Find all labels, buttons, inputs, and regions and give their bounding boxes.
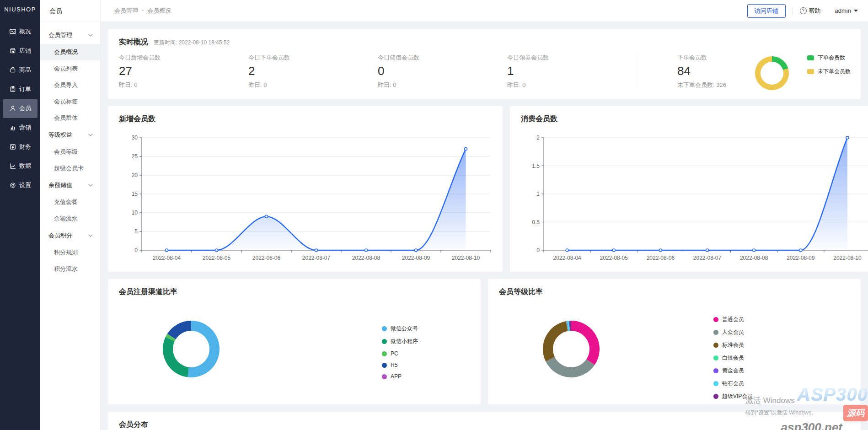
- secondary-sidebar-title: 会员: [40, 0, 100, 22]
- sidebar-item-会员群体[interactable]: 会员群体: [40, 110, 100, 126]
- settings-icon: [9, 182, 16, 189]
- svg-text:10: 10: [132, 210, 138, 216]
- chevron-down-icon: [88, 34, 93, 37]
- legend-item-下单会员数[interactable]: 下单会员数: [807, 54, 851, 62]
- visit-shop-button[interactable]: 访问店铺: [747, 4, 786, 18]
- svg-text:2022-08-06: 2022-08-06: [647, 255, 675, 261]
- register-channel-legend: 微信公众号微信小程序PCH5APP: [382, 325, 418, 385]
- stat-value: 27: [119, 64, 248, 78]
- legend-swatch: [713, 355, 718, 360]
- legend-label: 普通会员: [722, 316, 744, 323]
- asp300-site: asp300.net: [775, 420, 842, 430]
- legend-item-白银会员[interactable]: 白银会员: [713, 354, 753, 362]
- nav-group-等级权益[interactable]: 等级权益: [40, 126, 100, 144]
- stat-今日下单会员数: 今日下单会员数2昨日: 0: [248, 54, 378, 89]
- register-channel-panel: 会员注册渠道比率 微信公众号微信小程序PCH5APP: [108, 279, 481, 404]
- nav-group-label: 会员积分: [48, 231, 72, 240]
- sidebar-item-超级会员卡[interactable]: 超级会员卡: [40, 160, 100, 177]
- svg-text:2022-08-09: 2022-08-09: [402, 255, 430, 261]
- svg-text:2022-08-08: 2022-08-08: [740, 255, 768, 261]
- sidebar-item-设置[interactable]: 设置: [3, 176, 38, 195]
- svg-text:2022-08-06: 2022-08-06: [252, 255, 281, 261]
- breadcrumb-parent[interactable]: 会员管理: [114, 7, 138, 15]
- nav-group-会员管理[interactable]: 会员管理: [40, 27, 100, 44]
- sidebar-item-label: 商品: [19, 66, 31, 74]
- sidebar-item-订单[interactable]: 订单: [3, 80, 38, 99]
- realtime-stats: 今日新增会员数27昨日: 0今日下单会员数2昨日: 0今日储值会员数0昨日: 0…: [108, 54, 861, 89]
- svg-text:2022-08-08: 2022-08-08: [352, 255, 380, 261]
- sidebar-item-概况[interactable]: 概况: [3, 22, 38, 41]
- sidebar-item-积分流水[interactable]: 积分流水: [40, 261, 100, 277]
- legend-label: H5: [391, 362, 397, 368]
- sidebar-item-label: 概况: [19, 27, 31, 36]
- svg-text:0: 0: [536, 247, 540, 253]
- legend-item-H5[interactable]: H5: [382, 362, 418, 368]
- legend-item-微信公众号[interactable]: 微信公众号: [382, 325, 418, 333]
- legend-item-未下单会员数[interactable]: 未下单会员数: [807, 68, 851, 75]
- legend-swatch: [382, 326, 387, 331]
- shop-icon: [9, 47, 16, 54]
- sidebar-item-label: 店铺: [19, 47, 31, 55]
- sidebar-item-会员导入[interactable]: 会员导入: [40, 77, 100, 93]
- sidebar-item-会员标签[interactable]: 会员标签: [40, 93, 100, 110]
- sidebar-item-店铺[interactable]: 店铺: [3, 41, 38, 60]
- nav-group-label: 等级权益: [48, 131, 72, 139]
- svg-text:2022-08-07: 2022-08-07: [693, 255, 722, 261]
- legend-item-APP[interactable]: APP: [382, 373, 418, 380]
- legend-item-黄金会员[interactable]: 黄金会员: [713, 367, 753, 375]
- breadcrumb-current[interactable]: 会员概况: [147, 7, 171, 15]
- sidebar-item-会员列表[interactable]: 会员列表: [40, 60, 100, 77]
- svg-text:1.5: 1.5: [532, 163, 540, 169]
- svg-text:2022-08-04: 2022-08-04: [153, 255, 181, 261]
- legend-item-钻石会员[interactable]: 钻石会员: [713, 380, 753, 387]
- primary-sidebar: NIUSHOP 概况店铺商品订单会员营销财务数据设置: [0, 0, 40, 430]
- legend-item-普通会员[interactable]: 普通会员: [713, 316, 753, 323]
- legend-label: APP: [391, 373, 402, 380]
- new-members-line-chart: 0510152025302022-08-042022-08-052022-08-…: [108, 124, 503, 272]
- svg-text:2022-08-05: 2022-08-05: [600, 255, 628, 261]
- stat-value: 1: [507, 64, 637, 78]
- sidebar-item-财务[interactable]: 财务: [3, 137, 38, 156]
- stat-今日领券会员数: 今日领券会员数1昨日: 0: [507, 54, 637, 89]
- sidebar-item-余额流水[interactable]: 余额流水: [40, 210, 100, 227]
- sidebar-item-充值套餐[interactable]: 充值套餐: [40, 194, 100, 210]
- legend-swatch: [713, 343, 718, 348]
- legend-swatch: [713, 381, 718, 386]
- asp300-badge: 源码: [843, 405, 868, 421]
- legend-swatch: [382, 374, 387, 379]
- finance-icon: [9, 143, 16, 150]
- header-divider: [828, 8, 828, 14]
- sidebar-item-数据[interactable]: 数据: [3, 156, 38, 176]
- svg-text:25: 25: [132, 153, 138, 160]
- chart-title: 会员注册渠道比率: [108, 279, 481, 297]
- help-button[interactable]: ? 帮助: [800, 7, 821, 15]
- stat-sub: 昨日: 0: [119, 81, 248, 89]
- user-menu[interactable]: admin: [835, 7, 858, 14]
- svg-text:0: 0: [134, 247, 138, 253]
- nav-group-会员积分[interactable]: 会员积分: [40, 227, 100, 244]
- legend-item-PC[interactable]: PC: [382, 350, 418, 357]
- nav-group-余额储值[interactable]: 余额储值: [40, 177, 100, 194]
- sidebar-item-会员概况[interactable]: 会员概况: [40, 44, 100, 60]
- legend-item-微信小程序[interactable]: 微信小程序: [382, 338, 418, 345]
- user-name: admin: [835, 7, 851, 14]
- sidebar-item-商品[interactable]: 商品: [3, 60, 38, 80]
- chevron-down-icon: [854, 10, 858, 12]
- breadcrumb-separator: -: [142, 7, 144, 15]
- legend-item-标准会员[interactable]: 标准会员: [713, 341, 753, 349]
- line-charts-row: 新增会员数 0510152025302022-08-042022-08-0520…: [108, 106, 861, 272]
- stat-label: 今日下单会员数: [248, 54, 378, 62]
- sidebar-item-会员等级[interactable]: 会员等级: [40, 144, 100, 160]
- sidebar-item-积分规则[interactable]: 积分规则: [40, 244, 100, 261]
- legend-label: PC: [391, 350, 398, 357]
- svg-text:30: 30: [132, 134, 138, 141]
- sidebar-item-营销[interactable]: 营销: [3, 118, 38, 137]
- chart-title: 消费会员数: [510, 106, 868, 124]
- stat-sub: 昨日: 0: [378, 81, 507, 89]
- sidebar-item-会员[interactable]: 会员: [3, 99, 38, 118]
- app-logo: NIUSHOP: [0, 0, 40, 13]
- legend-swatch: [382, 339, 387, 344]
- legend-item-大众会员[interactable]: 大众会员: [713, 328, 753, 336]
- sidebar-item-label: 财务: [19, 143, 31, 151]
- svg-text:1: 1: [536, 191, 540, 197]
